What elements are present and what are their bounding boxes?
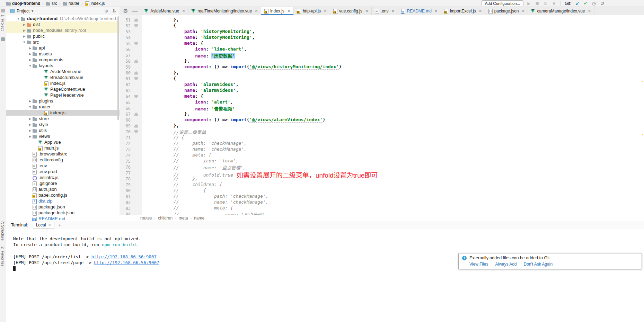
tree-item-dist[interactable]: ▶dist	[6, 21, 120, 27]
tree-item-router[interactable]: ▼router	[6, 104, 120, 110]
tab-readme-md[interactable]: README.md✕	[398, 7, 441, 15]
tab-package-json[interactable]: package.json✕	[485, 7, 528, 15]
breadcrumb-item[interactable]: router	[63, 1, 79, 6]
collapse-all-icon[interactable]: ⇅	[112, 8, 116, 14]
close-icon[interactable]: ✕	[324, 9, 327, 14]
new-terminal-icon[interactable]: +	[59, 222, 61, 228]
close-icon[interactable]: ✕	[479, 9, 482, 14]
fold-marker-icon[interactable]	[134, 113, 138, 116]
tab-realtimemonitoring-index-vue[interactable]: realTimeMonitoring\index.vue✕	[188, 7, 261, 15]
tree-item-plugins[interactable]: ▶plugins	[6, 98, 120, 104]
debug-bug-icon[interactable]: ⬢	[534, 0, 540, 6]
git-rollback-icon[interactable]: ↺	[599, 0, 605, 6]
git-commit-icon[interactable]: ✔	[583, 0, 589, 6]
chevron-right-icon[interactable]: ▶	[28, 52, 33, 56]
breadcrumb-item[interactable]: index.js	[85, 1, 105, 6]
code-breadcrumb-item[interactable]: meta	[179, 216, 188, 221]
error-stripe-mark[interactable]	[642, 81, 643, 82]
fold-marker-icon[interactable]	[134, 24, 138, 28]
tab-cameramanage-index-vue[interactable]: cameraManage\index.vue✕	[528, 7, 594, 15]
tab--env[interactable]: .env✕	[372, 7, 398, 15]
locate-file-icon[interactable]: ⊕	[104, 8, 108, 14]
chevron-down-icon[interactable]: ▼	[22, 41, 27, 44]
git-history-clock-icon[interactable]: ◷	[591, 0, 597, 6]
close-icon[interactable]: ✕	[287, 9, 291, 14]
run-coverage-icon[interactable]: ⧉	[542, 0, 548, 6]
fold-marker-icon[interactable]	[134, 60, 138, 63]
breadcrumb-item[interactable]: src	[46, 1, 57, 6]
hide-panel-icon[interactable]: —	[132, 8, 138, 14]
code-editor[interactable]: 5152535455565758596061626364656667686970…	[120, 15, 644, 215]
stripe-project-button[interactable]: 1: Project	[1, 15, 5, 30]
tab-asidemenu-vue[interactable]: AsideMenu.vue✕	[141, 7, 188, 15]
code-breadcrumb-item[interactable]: routes	[140, 216, 152, 221]
tree-item-index-js[interactable]: index.js	[6, 110, 120, 116]
tree-item-package-lock-json[interactable]: package-lock.json	[6, 210, 120, 216]
tree-scrollbar[interactable]	[117, 16, 119, 120]
tree-item--eslintrc-js[interactable]: .eslintrc.js	[6, 175, 120, 180]
chevron-right-icon[interactable]: ▶	[28, 58, 33, 62]
close-icon[interactable]: ✕	[391, 9, 395, 14]
tree-item--env[interactable]: .env	[6, 163, 120, 169]
error-stripe-mark[interactable]	[642, 134, 643, 135]
tree-item--gitignore[interactable]: .gitignore	[6, 180, 120, 186]
close-icon[interactable]: ✕	[434, 9, 438, 14]
tree-item-api[interactable]: ▶api	[6, 45, 120, 51]
chevron-right-icon[interactable]: ▶	[28, 117, 33, 120]
tree-item-store[interactable]: ▶store	[6, 116, 120, 122]
fold-marker-icon[interactable]	[134, 124, 138, 128]
always-add-link[interactable]: Always Add	[495, 262, 517, 267]
close-icon[interactable]: ✕	[182, 9, 185, 14]
terminal-link[interactable]: http://192.168.66.56:9007	[94, 260, 159, 265]
chevron-down-icon[interactable]: ▼	[28, 105, 33, 109]
chevron-down-icon[interactable]: ▼	[31, 9, 34, 13]
chevron-right-icon[interactable]: ▶	[28, 99, 33, 103]
fold-marker-icon[interactable]	[134, 71, 138, 75]
tree-item-main-js[interactable]: main.js	[6, 145, 120, 151]
close-icon[interactable]: ✕	[521, 9, 525, 14]
project-folder-icon[interactable]	[1, 37, 5, 41]
tree-item-breadcrumb-vue[interactable]: Breadcrumb.vue	[6, 74, 120, 80]
tab-http-api-js[interactable]: http-api.js✕	[294, 7, 330, 15]
chevron-down-icon[interactable]: ▼	[28, 64, 33, 68]
gear-icon[interactable]: ⚙	[123, 8, 128, 14]
terminal-tab-local[interactable]: Local ✕	[33, 222, 54, 229]
tree-item-pagecontent-vue[interactable]: PageContent.vue	[6, 86, 120, 92]
tree-item-style[interactable]: ▶style	[6, 122, 120, 127]
chevron-right-icon[interactable]: ▶	[22, 35, 27, 38]
code-breadcrumb-item[interactable]: children	[158, 216, 173, 221]
tree-item-assets[interactable]: ▶assets	[6, 51, 120, 57]
fold-marker-icon[interactable]	[134, 130, 138, 134]
tree-item-src[interactable]: ▼src	[6, 39, 120, 45]
breadcrumb-item[interactable]: duoji-frontend	[6, 1, 40, 6]
terminal-link[interactable]: http://192.168.66.56:9007	[91, 254, 157, 259]
tab-vue-config-js[interactable]: vue.config.js✕	[330, 7, 372, 15]
dont-ask-again-link[interactable]: Don't Ask Again	[524, 262, 553, 267]
tree-item-duoji-frontend[interactable]: ▼duoji-frontendD:\zheheWeb\duoji-fronten…	[6, 16, 120, 21]
tree-item-utils[interactable]: ▶utils	[6, 127, 120, 133]
chevron-right-icon[interactable]: ▶	[28, 135, 33, 138]
chevron-right-icon[interactable]: ▶	[28, 129, 33, 132]
tree-item--browserslistrc[interactable]: .browserslistrc	[6, 151, 120, 157]
tree-item-readme-md[interactable]: README.md	[6, 216, 120, 221]
fold-marker-icon[interactable]	[134, 18, 138, 22]
tree-item-dist-zip[interactable]: dist.zip	[6, 198, 120, 204]
stripe-structure-button[interactable]: 7: Structure	[1, 221, 5, 241]
stripe-favorites-button[interactable]: 2: Favorites	[1, 247, 5, 266]
tree-item-index-js[interactable]: index.js	[6, 80, 120, 86]
chevron-down-icon[interactable]: ▼	[16, 17, 21, 20]
view-files-link[interactable]: View Files	[469, 262, 488, 267]
add-configuration-button[interactable]: Add Configuration...	[482, 0, 524, 6]
tab-importexcel-js[interactable]: importExcel.js✕	[441, 7, 485, 15]
close-icon[interactable]: ✕	[588, 9, 591, 14]
tree-item--env-prod[interactable]: .env.prod	[6, 169, 120, 175]
tree-item-views[interactable]: ▶views	[6, 133, 120, 139]
tree-item-app-vue[interactable]: App.vue	[6, 139, 120, 145]
close-icon[interactable]: ✕	[365, 9, 369, 14]
git-update-icon[interactable]: ↙	[574, 0, 580, 6]
chevron-right-icon[interactable]: ▶	[28, 46, 33, 50]
tab-index-js[interactable]: index.js✕	[261, 7, 294, 15]
code-breadcrumb-item[interactable]: name	[194, 216, 204, 221]
fold-marker-icon[interactable]	[134, 42, 138, 45]
project-panel-title[interactable]: Project	[17, 9, 29, 14]
